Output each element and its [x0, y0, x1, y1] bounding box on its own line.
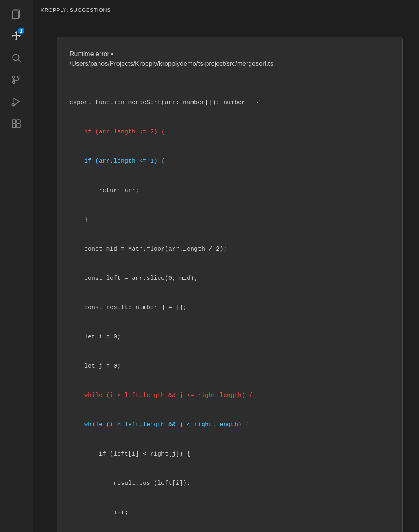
- ai-suggestions-icon[interactable]: 1: [7, 26, 26, 46]
- code-line-12: if (left[i] < right[j]) {: [70, 449, 390, 459]
- code-line-1: if (arr.length <= 2) {: [70, 127, 390, 137]
- code-line-5: const mid = Math.floor(arr.length / 2);: [70, 244, 390, 254]
- svg-rect-13: [17, 120, 20, 123]
- content-area: Runtime error • /Users/panos/Projects/Kr…: [33, 20, 419, 532]
- error-path: /Users/panos/Projects/Kropply/kropplydem…: [70, 60, 273, 67]
- svg-marker-10: [13, 98, 19, 106]
- code-line-4: }: [70, 215, 390, 225]
- main-panel: KROPPLY: SUGGESTIONS Runtime error • /Us…: [33, 0, 419, 532]
- suggestion-card: Runtime error • /Users/panos/Projects/Kr…: [57, 37, 403, 532]
- code-line-2: if (arr.length <= 1) {: [70, 157, 390, 166]
- extensions-icon[interactable]: [7, 114, 26, 133]
- svg-rect-1: [12, 11, 18, 18]
- topbar: KROPPLY: SUGGESTIONS: [33, 0, 419, 20]
- code-line-8: let i = 0;: [70, 332, 390, 342]
- code-line-10: while (i < left.length && j <= right.len…: [70, 391, 390, 401]
- svg-point-7: [18, 76, 20, 78]
- svg-rect-14: [12, 124, 16, 128]
- svg-point-6: [13, 76, 15, 78]
- suggestion-badge: 1: [18, 28, 24, 34]
- svg-rect-12: [12, 120, 16, 123]
- code-line-11: while (i < left.length && j < right.leng…: [70, 420, 390, 430]
- code-line-9: let j = 0;: [70, 362, 390, 371]
- search-icon[interactable]: [7, 48, 26, 68]
- run-debug-icon[interactable]: [7, 92, 26, 111]
- code-line-6: const left = arr.slice(0, mid);: [70, 274, 390, 283]
- code-line-7: const result: number[] = [];: [70, 303, 390, 313]
- svg-rect-15: [17, 124, 20, 128]
- code-line-0: export function mergeSort(arr: number[])…: [70, 98, 390, 108]
- svg-line-5: [18, 60, 21, 62]
- error-line1: Runtime error •: [70, 50, 113, 57]
- code-line-13: result.push(left[i]);: [70, 479, 390, 488]
- code-line-14: i++;: [70, 508, 390, 518]
- source-control-icon[interactable]: [7, 70, 26, 89]
- explorer-icon[interactable]: [7, 4, 26, 24]
- svg-point-4: [13, 54, 19, 60]
- code-block: export function mergeSort(arr: number[])…: [70, 78, 390, 532]
- svg-point-8: [13, 81, 15, 83]
- code-line-3: return arr;: [70, 186, 390, 196]
- topbar-title: KROPPLY: SUGGESTIONS: [41, 7, 111, 13]
- sidebar: 1: [0, 0, 33, 532]
- error-header: Runtime error • /Users/panos/Projects/Kr…: [70, 49, 390, 69]
